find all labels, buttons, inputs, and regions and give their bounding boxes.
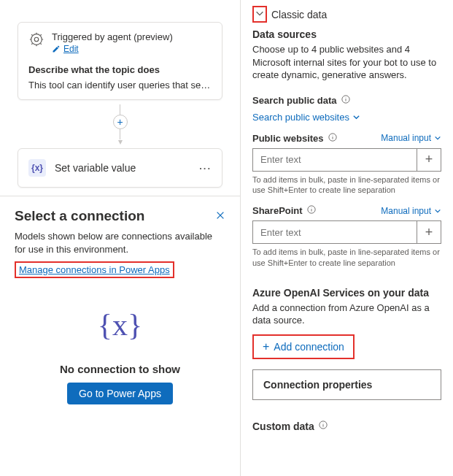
info-icon[interactable] bbox=[341, 95, 350, 106]
chevron-down-icon[interactable] bbox=[255, 8, 265, 20]
chevron-down-icon bbox=[434, 207, 441, 215]
svg-point-1 bbox=[34, 37, 39, 42]
set-variable-title: Set variable value bbox=[55, 162, 190, 174]
properties-pane: Classic data Data sources Choose up to 4… bbox=[241, 0, 453, 476]
node-connector: + ▾ bbox=[18, 104, 222, 147]
trigger-node[interactable]: Triggered by agent (preview) Edit Descri… bbox=[18, 22, 222, 100]
highlight-manage-connections: Manage connections in Power Apps bbox=[15, 261, 174, 278]
highlight-add-connection: + Add connection bbox=[252, 334, 355, 359]
describe-label: Describe what the topic does bbox=[28, 64, 212, 75]
azure-openai-desc: Add a connection from Azure OpenAI as a … bbox=[252, 302, 441, 327]
sharepoint-input[interactable] bbox=[252, 220, 417, 244]
svg-point-0 bbox=[31, 34, 42, 45]
connection-properties-box[interactable]: Connection properties bbox=[252, 369, 441, 400]
empty-state-title: No connection to show bbox=[15, 363, 225, 375]
custom-data-label: Custom data bbox=[252, 421, 314, 432]
info-icon[interactable] bbox=[307, 205, 316, 216]
add-public-website-button[interactable]: + bbox=[417, 148, 441, 172]
sharepoint-label: SharePoint bbox=[252, 205, 303, 216]
select-connection-panel: Select a connection Models shown below a… bbox=[0, 196, 240, 476]
ai-icon bbox=[28, 31, 44, 50]
empty-state-icon: {x} bbox=[15, 307, 225, 342]
data-sources-desc: Choose up to 4 public websites and 4 Mic… bbox=[252, 43, 441, 82]
public-websites-input[interactable] bbox=[252, 148, 417, 172]
manage-connections-link[interactable]: Manage connections in Power Apps bbox=[19, 264, 170, 275]
public-websites-hint: To add items in bulk, paste in line-sepa… bbox=[252, 174, 441, 196]
chevron-down-icon bbox=[434, 134, 441, 142]
go-to-power-apps-button[interactable]: Go to Power Apps bbox=[67, 383, 173, 404]
info-icon[interactable] bbox=[328, 133, 337, 144]
close-icon[interactable] bbox=[215, 210, 225, 223]
classic-data-title: Classic data bbox=[271, 9, 327, 20]
info-icon[interactable] bbox=[319, 421, 328, 431]
set-variable-node[interactable]: {x} Set variable value ··· bbox=[18, 148, 222, 188]
search-public-websites-link[interactable]: Search public websites bbox=[252, 112, 441, 123]
add-sharepoint-button[interactable]: + bbox=[417, 220, 441, 244]
edit-trigger-link[interactable]: Edit bbox=[52, 44, 173, 54]
azure-openai-title: Azure OpenAI Services on your data bbox=[252, 287, 441, 299]
public-websites-label: Public websites bbox=[252, 133, 324, 144]
authoring-canvas: Triggered by agent (preview) Edit Descri… bbox=[0, 0, 241, 476]
add-connection-button[interactable]: + Add connection bbox=[254, 336, 353, 358]
node-more-menu[interactable]: ··· bbox=[199, 163, 212, 174]
data-sources-label: Data sources bbox=[252, 28, 441, 40]
chevron-down-icon bbox=[352, 113, 360, 121]
highlight-classic-data-chevron bbox=[252, 6, 267, 23]
sharepoint-hint: To add items in bulk, paste in line-sepa… bbox=[252, 247, 441, 268]
add-node-button[interactable]: + bbox=[113, 115, 128, 129]
pencil-icon bbox=[52, 45, 61, 53]
panel-title: Select a connection bbox=[15, 208, 144, 224]
manual-input-toggle[interactable]: Manual input bbox=[381, 133, 441, 143]
panel-description: Models shown below are connections avail… bbox=[15, 230, 225, 256]
search-public-data-label: Search public data bbox=[252, 95, 337, 106]
describe-text: This tool can identify user queries that… bbox=[28, 80, 212, 91]
manual-input-toggle[interactable]: Manual input bbox=[381, 206, 441, 216]
variable-icon: {x} bbox=[28, 159, 46, 177]
plus-icon: + bbox=[263, 340, 269, 353]
trigger-title: Triggered by agent (preview) bbox=[52, 31, 173, 42]
arrow-down-icon: ▾ bbox=[118, 137, 123, 147]
